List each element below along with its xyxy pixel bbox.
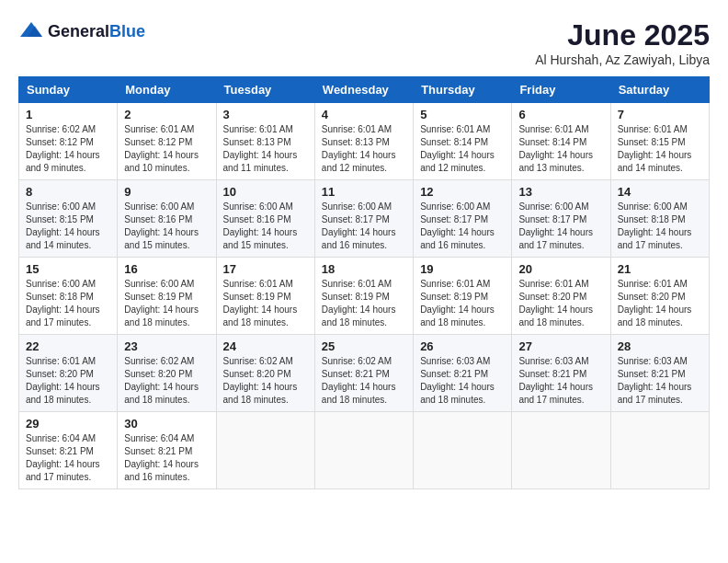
day-info: Sunrise: 6:03 AM Sunset: 8:21 PM Dayligh… <box>518 355 603 407</box>
day-number: 24 <box>223 339 308 353</box>
day-number: 30 <box>124 417 209 431</box>
day-info: Sunrise: 6:03 AM Sunset: 8:21 PM Dayligh… <box>420 355 505 407</box>
calendar-cell: 2 Sunrise: 6:01 AM Sunset: 8:12 PM Dayli… <box>118 103 216 180</box>
day-info: Sunrise: 6:02 AM Sunset: 8:12 PM Dayligh… <box>26 123 110 175</box>
calendar-cell: 18 Sunrise: 6:01 AM Sunset: 8:19 PM Dayl… <box>314 258 413 335</box>
calendar-cell: 17 Sunrise: 6:01 AM Sunset: 8:19 PM Dayl… <box>216 258 314 335</box>
day-info: Sunrise: 6:00 AM Sunset: 8:16 PM Dayligh… <box>223 201 308 252</box>
day-info: Sunrise: 6:02 AM Sunset: 8:21 PM Dayligh… <box>322 355 406 407</box>
day-info: Sunrise: 6:01 AM Sunset: 8:19 PM Dayligh… <box>223 278 308 329</box>
day-number: 2 <box>124 108 209 121</box>
day-number: 4 <box>322 108 406 121</box>
calendar-cell <box>414 412 512 489</box>
logo-text-blue: Blue <box>109 22 145 40</box>
day-info: Sunrise: 6:00 AM Sunset: 8:18 PM Dayligh… <box>26 278 110 329</box>
day-info: Sunrise: 6:01 AM Sunset: 8:14 PM Dayligh… <box>518 123 603 175</box>
column-header-wednesday: Wednesday <box>314 77 413 103</box>
day-number: 21 <box>618 262 702 276</box>
day-info: Sunrise: 6:00 AM Sunset: 8:17 PM Dayligh… <box>420 201 505 252</box>
day-info: Sunrise: 6:01 AM Sunset: 8:15 PM Dayligh… <box>618 123 702 175</box>
logo-text-general: General <box>48 22 109 40</box>
calendar-cell: 13 Sunrise: 6:00 AM Sunset: 8:17 PM Dayl… <box>512 180 610 258</box>
calendar-cell: 28 Sunrise: 6:03 AM Sunset: 8:21 PM Dayl… <box>610 335 709 412</box>
day-number: 10 <box>223 185 308 199</box>
day-number: 15 <box>26 262 110 276</box>
day-info: Sunrise: 6:01 AM Sunset: 8:20 PM Dayligh… <box>26 355 110 407</box>
calendar-cell: 12 Sunrise: 6:00 AM Sunset: 8:17 PM Dayl… <box>414 180 512 258</box>
day-info: Sunrise: 6:04 AM Sunset: 8:21 PM Dayligh… <box>124 432 209 484</box>
day-info: Sunrise: 6:00 AM Sunset: 8:18 PM Dayligh… <box>618 201 702 252</box>
calendar-cell: 20 Sunrise: 6:01 AM Sunset: 8:20 PM Dayl… <box>512 258 610 335</box>
day-info: Sunrise: 6:01 AM Sunset: 8:14 PM Dayligh… <box>420 123 505 175</box>
day-number: 13 <box>518 185 603 199</box>
calendar-cell: 27 Sunrise: 6:03 AM Sunset: 8:21 PM Dayl… <box>512 335 610 412</box>
day-info: Sunrise: 6:00 AM Sunset: 8:19 PM Dayligh… <box>124 278 209 329</box>
column-header-tuesday: Tuesday <box>216 77 314 103</box>
day-info: Sunrise: 6:00 AM Sunset: 8:17 PM Dayligh… <box>322 201 406 252</box>
day-number: 12 <box>420 185 505 199</box>
calendar-week-row: 1 Sunrise: 6:02 AM Sunset: 8:12 PM Dayli… <box>19 103 710 180</box>
day-number: 5 <box>420 108 505 121</box>
calendar-cell: 9 Sunrise: 6:00 AM Sunset: 8:16 PM Dayli… <box>118 180 216 258</box>
title-area: June 2025 Al Hurshah, Az Zawiyah, Libya <box>535 18 710 67</box>
location-subtitle: Al Hurshah, Az Zawiyah, Libya <box>535 52 710 67</box>
column-header-thursday: Thursday <box>414 77 512 103</box>
day-info: Sunrise: 6:01 AM Sunset: 8:13 PM Dayligh… <box>223 123 308 175</box>
calendar-week-row: 29 Sunrise: 6:04 AM Sunset: 8:21 PM Dayl… <box>19 412 710 489</box>
day-number: 3 <box>223 108 308 121</box>
month-title: June 2025 <box>535 18 710 52</box>
calendar-cell <box>216 412 314 489</box>
day-number: 9 <box>124 185 209 199</box>
day-number: 22 <box>26 339 110 353</box>
calendar-cell: 16 Sunrise: 6:00 AM Sunset: 8:19 PM Dayl… <box>118 258 216 335</box>
calendar-cell: 19 Sunrise: 6:01 AM Sunset: 8:19 PM Dayl… <box>414 258 512 335</box>
calendar-cell: 6 Sunrise: 6:01 AM Sunset: 8:14 PM Dayli… <box>512 103 610 180</box>
logo-icon <box>18 18 44 44</box>
calendar-week-row: 15 Sunrise: 6:00 AM Sunset: 8:18 PM Dayl… <box>19 258 710 335</box>
day-info: Sunrise: 6:04 AM Sunset: 8:21 PM Dayligh… <box>26 432 110 484</box>
page-header: GeneralBlue June 2025 Al Hurshah, Az Zaw… <box>18 18 710 67</box>
day-number: 8 <box>26 185 110 199</box>
calendar-cell <box>314 412 413 489</box>
day-info: Sunrise: 6:02 AM Sunset: 8:20 PM Dayligh… <box>223 355 308 407</box>
calendar-cell: 8 Sunrise: 6:00 AM Sunset: 8:15 PM Dayli… <box>19 180 118 258</box>
day-number: 19 <box>420 262 505 276</box>
day-number: 16 <box>124 262 209 276</box>
day-number: 29 <box>26 417 110 431</box>
calendar-cell: 21 Sunrise: 6:01 AM Sunset: 8:20 PM Dayl… <box>610 258 709 335</box>
calendar-cell: 4 Sunrise: 6:01 AM Sunset: 8:13 PM Dayli… <box>314 103 413 180</box>
day-info: Sunrise: 6:03 AM Sunset: 8:21 PM Dayligh… <box>618 355 702 407</box>
calendar-cell: 30 Sunrise: 6:04 AM Sunset: 8:21 PM Dayl… <box>118 412 216 489</box>
day-info: Sunrise: 6:00 AM Sunset: 8:15 PM Dayligh… <box>26 201 110 252</box>
day-number: 26 <box>420 339 505 353</box>
calendar-cell: 29 Sunrise: 6:04 AM Sunset: 8:21 PM Dayl… <box>19 412 118 489</box>
column-header-saturday: Saturday <box>610 77 709 103</box>
day-info: Sunrise: 6:01 AM Sunset: 8:19 PM Dayligh… <box>420 278 505 329</box>
day-number: 28 <box>618 339 702 353</box>
day-number: 20 <box>518 262 603 276</box>
day-number: 18 <box>322 262 406 276</box>
calendar-table: SundayMondayTuesdayWednesdayThursdayFrid… <box>18 76 710 489</box>
day-number: 6 <box>518 108 603 121</box>
calendar-header-row: SundayMondayTuesdayWednesdayThursdayFrid… <box>19 77 710 103</box>
day-info: Sunrise: 6:01 AM Sunset: 8:20 PM Dayligh… <box>518 278 603 329</box>
calendar-week-row: 22 Sunrise: 6:01 AM Sunset: 8:20 PM Dayl… <box>19 335 710 412</box>
calendar-cell: 10 Sunrise: 6:00 AM Sunset: 8:16 PM Dayl… <box>216 180 314 258</box>
calendar-cell: 7 Sunrise: 6:01 AM Sunset: 8:15 PM Dayli… <box>610 103 709 180</box>
column-header-monday: Monday <box>118 77 216 103</box>
day-number: 27 <box>518 339 603 353</box>
calendar-cell: 5 Sunrise: 6:01 AM Sunset: 8:14 PM Dayli… <box>414 103 512 180</box>
calendar-cell <box>512 412 610 489</box>
day-number: 23 <box>124 339 209 353</box>
calendar-cell: 11 Sunrise: 6:00 AM Sunset: 8:17 PM Dayl… <box>314 180 413 258</box>
calendar-cell: 26 Sunrise: 6:03 AM Sunset: 8:21 PM Dayl… <box>414 335 512 412</box>
calendar-cell: 3 Sunrise: 6:01 AM Sunset: 8:13 PM Dayli… <box>216 103 314 180</box>
column-header-sunday: Sunday <box>19 77 118 103</box>
day-info: Sunrise: 6:01 AM Sunset: 8:12 PM Dayligh… <box>124 123 209 175</box>
day-number: 14 <box>618 185 702 199</box>
calendar-cell: 1 Sunrise: 6:02 AM Sunset: 8:12 PM Dayli… <box>19 103 118 180</box>
day-number: 1 <box>26 108 110 121</box>
column-header-friday: Friday <box>512 77 610 103</box>
calendar-cell: 23 Sunrise: 6:02 AM Sunset: 8:20 PM Dayl… <box>118 335 216 412</box>
day-info: Sunrise: 6:00 AM Sunset: 8:17 PM Dayligh… <box>518 201 603 252</box>
